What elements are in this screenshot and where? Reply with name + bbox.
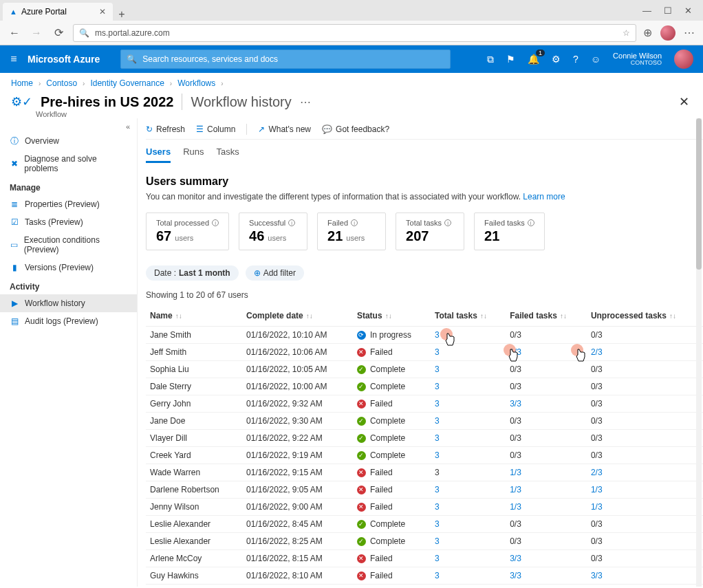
cell-total[interactable]: 3: [431, 447, 506, 464]
sidebar-item-tasks[interactable]: ☑ Tasks (Preview): [0, 213, 137, 231]
cell-failed[interactable]: 3/3: [506, 550, 587, 567]
table-row[interactable]: Darlene Robertson 01/16/2022, 9:05 AM ✕F…: [146, 481, 703, 499]
cell-unprocessed[interactable]: 2/3: [587, 464, 703, 481]
cell-total[interactable]: 3: [431, 413, 506, 430]
close-tab-icon[interactable]: ✕: [99, 7, 106, 17]
col-failed[interactable]: Failed tasks↑↓: [506, 305, 587, 327]
col-status[interactable]: Status↑↓: [353, 305, 431, 327]
back-button[interactable]: ←: [7, 25, 22, 41]
cloud-shell-icon[interactable]: ⧉: [487, 54, 494, 65]
cell-total[interactable]: 3: [431, 585, 506, 587]
table-row[interactable]: Guy Hawkins 01/16/2022, 8:10 AM ✕Failed …: [146, 567, 703, 585]
cell-total[interactable]: 3: [431, 430, 506, 447]
new-tab-button[interactable]: +: [113, 8, 131, 21]
refresh-button[interactable]: ⟳: [51, 25, 66, 41]
browser-tab[interactable]: ▲ Azure Portal ✕: [3, 3, 113, 21]
table-row[interactable]: Leslie Alexander 01/16/2022, 8:45 AM ✓Co…: [146, 516, 703, 533]
settings-icon[interactable]: ⚙: [552, 54, 561, 65]
minimize-icon[interactable]: —: [642, 6, 651, 16]
cell-total[interactable]: 3: [431, 481, 506, 499]
table-row[interactable]: Wade Warren 01/16/2022, 9:15 AM ✕Failed …: [146, 464, 703, 481]
table-row[interactable]: Leslie Alexander 01/16/2022, 8:25 AM ✓Co…: [146, 533, 703, 550]
user-avatar[interactable]: [674, 50, 693, 69]
sidebar-item-properties[interactable]: ≣ Properties (Preview): [0, 195, 137, 213]
cell-failed[interactable]: 1/3: [506, 499, 587, 516]
sidebar-item-versions[interactable]: ▮ Versions (Preview): [0, 259, 137, 276]
info-icon[interactable]: i: [351, 219, 358, 226]
table-row[interactable]: Arlene McCoy 01/16/2022, 8:15 AM ✕Failed…: [146, 550, 703, 567]
feedback-button[interactable]: 💬Got feedback?: [322, 124, 389, 134]
col-unprocessed[interactable]: Unprocessed tasks↑↓: [587, 305, 703, 327]
cell-total[interactable]: 3: [431, 567, 506, 585]
breadcrumb-identity[interactable]: Identity Governance: [90, 78, 164, 88]
info-icon[interactable]: i: [288, 219, 295, 226]
tab-runs[interactable]: Runs: [183, 146, 204, 163]
close-window-icon[interactable]: ✕: [684, 6, 692, 16]
cell-failed[interactable]: 1/3: [506, 344, 587, 361]
cell-total[interactable]: 3: [431, 533, 506, 550]
whats-new-button[interactable]: ↗What's new: [258, 124, 311, 134]
table-row[interactable]: Gerry John 01/16/2022, 9:32 AM ✕Failed 3…: [146, 395, 703, 413]
cell-unprocessed[interactable]: 3/3: [587, 567, 703, 585]
table-row[interactable]: Jane Doe 01/16/2022, 9:30 AM ✓Complete 3…: [146, 413, 703, 430]
cell-unprocessed[interactable]: 2/3: [587, 344, 703, 361]
cell-unprocessed[interactable]: 1/3: [587, 481, 703, 499]
table-row[interactable]: Floyd Miles 01/16/2022, 8:03 AM ✓Complet…: [146, 585, 703, 587]
collapse-sidebar-icon[interactable]: «: [126, 122, 130, 131]
sidebar-item-diagnose[interactable]: ✖ Diagnose and solve problems: [0, 150, 137, 177]
table-row[interactable]: Jane Smith 01/16/2022, 10:10 AM ⟳In prog…: [146, 327, 703, 344]
cell-total[interactable]: 3: [431, 361, 506, 378]
table-row[interactable]: Dale Sterry 01/16/2022, 10:00 AM ✓Comple…: [146, 378, 703, 395]
close-blade-icon[interactable]: ✕: [679, 94, 692, 109]
maximize-icon[interactable]: ☐: [664, 6, 672, 16]
info-icon[interactable]: i: [528, 219, 534, 226]
favorite-icon[interactable]: ☆: [623, 28, 630, 38]
breadcrumb-contoso[interactable]: Contoso: [46, 78, 77, 88]
more-icon[interactable]: ⋯: [300, 96, 311, 109]
refresh-button[interactable]: ↻Refresh: [146, 124, 185, 134]
feedback-icon[interactable]: ☺: [591, 54, 601, 65]
tab-users[interactable]: Users: [146, 146, 171, 163]
cell-total[interactable]: 3: [431, 378, 506, 395]
table-row[interactable]: Creek Yard 01/16/2022, 9:19 AM ✓Complete…: [146, 447, 703, 464]
breadcrumb-home[interactable]: Home: [11, 78, 33, 88]
forward-button[interactable]: →: [29, 25, 44, 41]
directory-icon[interactable]: ⚑: [506, 54, 515, 65]
tab-tasks[interactable]: Tasks: [217, 146, 239, 163]
notifications-icon[interactable]: 🔔1: [528, 54, 539, 65]
search-input[interactable]: [142, 54, 444, 64]
breadcrumb-workflows[interactable]: Workflows: [177, 78, 215, 88]
add-filter-button[interactable]: ⊕ Add filter: [246, 265, 304, 281]
sidebar-item-audit[interactable]: ▤ Audit logs (Preview): [0, 312, 137, 330]
sidebar-item-overview[interactable]: ⓘ Overview: [0, 132, 137, 150]
collections-icon[interactable]: ⊕: [643, 26, 652, 39]
sidebar-item-exec[interactable]: ▭ Execution conditions (Preview): [0, 231, 137, 259]
table-row[interactable]: Jenny Wilson 01/16/2022, 9:00 AM ✕Failed…: [146, 499, 703, 516]
column-button[interactable]: ☰Column: [196, 124, 235, 134]
cell-failed[interactable]: 1/3: [506, 481, 587, 499]
col-complete[interactable]: Complete date↑↓: [242, 305, 353, 327]
cell-unprocessed[interactable]: 1/3: [587, 499, 703, 516]
brand[interactable]: Microsoft Azure: [28, 54, 120, 65]
table-row[interactable]: Sophia Liu 01/16/2022, 10:05 AM ✓Complet…: [146, 361, 703, 378]
cell-total[interactable]: 3: [431, 516, 506, 533]
scrollbar-thumb[interactable]: [696, 118, 702, 270]
cell-failed[interactable]: 1/3: [506, 464, 587, 481]
user-block[interactable]: Connie Wilson CONTOSO: [613, 52, 662, 67]
cell-total[interactable]: 3: [431, 327, 506, 344]
global-search[interactable]: 🔍: [120, 50, 451, 69]
table-row[interactable]: Vlayer Dill 01/16/2022, 9:22 AM ✓Complet…: [146, 430, 703, 447]
profile-avatar[interactable]: [660, 25, 675, 41]
info-icon[interactable]: i: [212, 219, 219, 226]
sidebar-item-history[interactable]: ▶ Workflow history: [0, 294, 137, 312]
col-name[interactable]: Name↑↓: [146, 305, 242, 327]
cell-total[interactable]: 3: [431, 499, 506, 516]
date-filter-pill[interactable]: Date : Last 1 month: [146, 265, 239, 281]
cell-total[interactable]: 3: [431, 344, 506, 361]
cell-total[interactable]: 3: [431, 395, 506, 413]
browser-menu-icon[interactable]: ⋯: [684, 26, 696, 39]
url-field[interactable]: 🔍 ms.portal.azure.com ☆: [73, 24, 636, 42]
cell-total[interactable]: 3: [431, 550, 506, 567]
hamburger-icon[interactable]: ≡: [0, 53, 28, 65]
cell-failed[interactable]: 3/3: [506, 567, 587, 585]
